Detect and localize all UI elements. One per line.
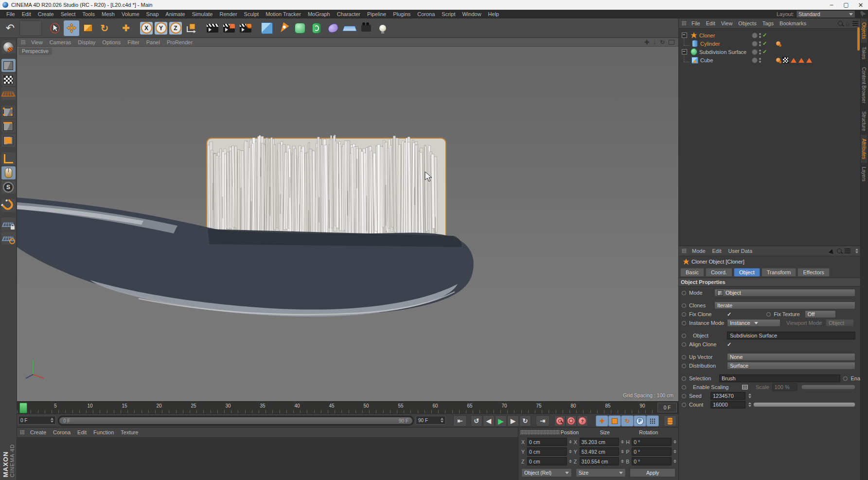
menu-item[interactable]: Simulate — [189, 11, 216, 17]
menu-item[interactable]: Snap — [143, 11, 162, 17]
rotation-b-field[interactable]: 0 ° — [632, 457, 672, 465]
editor-render-dots-icon[interactable] — [759, 50, 761, 54]
attribute-menu-item[interactable]: Mode — [689, 248, 709, 254]
viewport-pan-icon[interactable]: ✚ — [644, 39, 649, 46]
home-icon[interactable]: ⌂ — [846, 20, 850, 27]
record-position-toggle[interactable]: ✚ — [596, 415, 608, 427]
polygons-mode-icon[interactable] — [1, 134, 16, 147]
tab-transform[interactable]: Transform — [762, 268, 797, 277]
instance-mode-dropdown[interactable]: Instance — [727, 319, 780, 327]
object-row-cube[interactable]: Cube — [679, 56, 860, 64]
points-mode-icon[interactable] — [1, 106, 16, 119]
spinner-icon[interactable] — [569, 450, 572, 453]
viewport-menu-item[interactable]: View — [28, 39, 46, 45]
double-arrow-icon[interactable] — [853, 249, 858, 253]
visibility-toggle-icon[interactable] — [752, 33, 758, 38]
anim-dot-icon[interactable] — [682, 376, 686, 381]
anim-dot-icon[interactable] — [682, 334, 686, 338]
edges-mode-icon[interactable] — [1, 120, 16, 133]
object-manager-menu-item[interactable]: File — [689, 20, 703, 26]
size-z-field[interactable]: 310.554 cm — [580, 457, 620, 465]
last-tool-icon[interactable]: ✚ — [118, 20, 134, 36]
snap-mode-icon[interactable]: S — [1, 180, 16, 194]
spinner-icon[interactable] — [49, 418, 53, 423]
scale-tool-icon[interactable] — [80, 20, 96, 36]
volume-icon[interactable] — [325, 20, 341, 36]
viewport-dolly-icon[interactable]: ↓ — [653, 39, 656, 46]
viewport-menu-item[interactable]: Filter — [124, 39, 142, 45]
count-slider[interactable] — [753, 402, 855, 407]
size-x-field[interactable]: 35.203 cm — [580, 438, 620, 446]
render-region-icon[interactable] — [221, 20, 237, 36]
deformer-icon[interactable] — [309, 20, 324, 36]
menu-item[interactable]: Volume — [118, 11, 143, 17]
menu-item[interactable]: Mesh — [98, 11, 118, 17]
model-mode-icon[interactable] — [1, 59, 16, 72]
phong-tag-icon[interactable] — [776, 58, 780, 62]
spinner-icon[interactable] — [439, 418, 443, 423]
next-frame-button[interactable]: ▶ — [507, 415, 519, 427]
mode-dropdown[interactable]: Object — [714, 289, 855, 297]
z-axis-lock-button[interactable]: Z — [169, 22, 182, 35]
fix-clone-checkbox[interactable]: ✓ — [727, 311, 731, 318]
viewport[interactable]: ViewCamerasDisplayOptionsFilterPanelProR… — [17, 38, 678, 401]
side-tab-layers[interactable]: Layers — [861, 163, 867, 185]
magnet-snap-icon[interactable] — [1, 199, 16, 212]
live-select-icon[interactable] — [47, 20, 63, 36]
align-clone-checkbox[interactable]: ✓ — [727, 341, 731, 348]
panel-grip-icon[interactable] — [682, 21, 687, 26]
material-menu-item[interactable]: Create — [27, 429, 50, 435]
goto-end-button[interactable]: ⇥ — [536, 415, 549, 427]
axis-mode-icon[interactable] — [1, 152, 16, 165]
loop-button[interactable]: ↻ — [519, 415, 531, 427]
menu-item[interactable]: Tools — [79, 11, 98, 17]
selection-tag-icon[interactable] — [806, 58, 812, 63]
spinner-icon[interactable] — [673, 460, 676, 463]
menu-item[interactable]: Edit — [18, 11, 35, 17]
viewport-menu-item[interactable]: Cameras — [46, 39, 75, 45]
object-manager-menu-item[interactable]: Edit — [703, 20, 718, 26]
panel-grip-icon[interactable] — [21, 40, 26, 45]
menu-item[interactable]: Corona — [414, 11, 438, 17]
position-x-field[interactable]: 0 cm — [527, 438, 567, 446]
play-button[interactable]: ▶ — [495, 415, 507, 427]
menu-item[interactable]: Window — [459, 11, 484, 17]
maximize-icon[interactable]: ▢ — [839, 0, 853, 10]
nav-arrow-icon[interactable] — [829, 248, 834, 254]
anim-dot-icon[interactable] — [682, 342, 686, 347]
rotation-h-field[interactable]: 0 ° — [632, 438, 672, 446]
layers-icon[interactable] — [852, 21, 858, 26]
enabled-check-icon[interactable]: ✓ — [762, 49, 767, 55]
tab-coord[interactable]: Coord. — [706, 268, 732, 277]
side-tab-objects[interactable]: Objects — [861, 18, 867, 43]
tab-object[interactable]: Object — [734, 268, 760, 277]
object-row-cloner[interactable]: Cloner ✓ — [679, 31, 860, 39]
texture-mode-icon[interactable] — [1, 73, 16, 86]
layout-select[interactable]: Standard — [796, 10, 855, 18]
anim-dot-icon[interactable] — [682, 321, 686, 325]
anim-dot-icon[interactable] — [682, 355, 686, 359]
panel-grip-icon[interactable] — [682, 249, 687, 253]
side-tab-structure[interactable]: Structure — [861, 107, 867, 135]
record-parameter-toggle[interactable]: P — [634, 415, 646, 427]
texture-tag-icon[interactable] — [782, 57, 789, 63]
solo-button[interactable] — [664, 415, 676, 427]
anim-dot-icon[interactable] — [682, 385, 686, 390]
prev-frame-button[interactable]: ◀ — [483, 415, 495, 427]
viewport-menu-item[interactable]: ProRender — [163, 39, 196, 45]
autokey-button[interactable] — [566, 415, 577, 427]
material-menu-item[interactable]: Function — [90, 429, 117, 435]
visibility-toggle-icon[interactable] — [752, 57, 758, 63]
spinner-icon[interactable] — [621, 440, 624, 444]
viewport-menu-item[interactable]: Options — [99, 39, 124, 45]
object-manager-menu-item[interactable]: Bookmarks — [777, 20, 809, 26]
spinner-icon[interactable] — [569, 440, 572, 444]
viewport-menu-item[interactable]: Panel — [143, 39, 163, 45]
goto-start-button[interactable]: ⇤ — [453, 415, 467, 427]
keyframe-selection-button[interactable]: ? — [577, 415, 588, 427]
up-vector-dropdown[interactable]: None — [727, 353, 855, 361]
floor-icon[interactable] — [342, 20, 357, 36]
x-axis-lock-button[interactable]: X — [140, 22, 153, 35]
timeline-ruler[interactable]: 51015202530354045505560657075808590 0 F — [17, 401, 678, 413]
visibility-toggle-icon[interactable] — [752, 49, 758, 55]
